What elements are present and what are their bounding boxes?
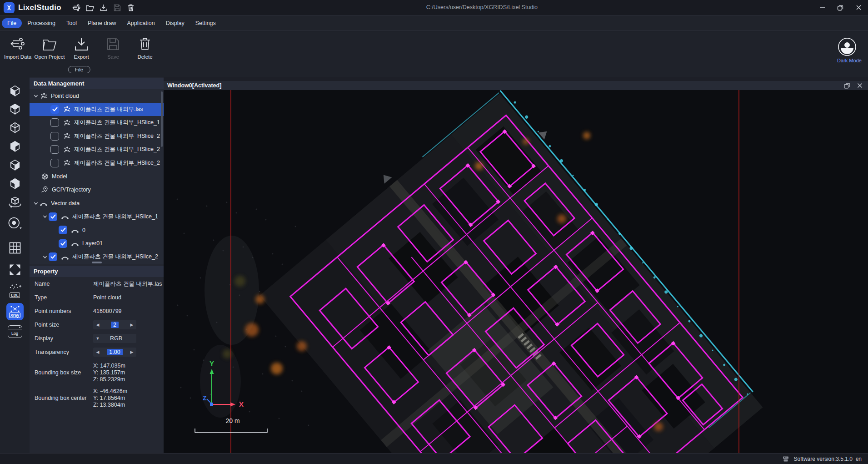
delete-icon [129,34,161,54]
tree-row-label: Model [52,173,67,180]
viewport-close-icon[interactable] [855,82,864,89]
point-cloud-icon [63,132,71,140]
point-cloud-icon [40,92,48,100]
property-header: Property [30,266,164,277]
tree-row-las[interactable]: 제이플라츠 건물 내외부.las [30,103,164,116]
view-cube-wireframe-icon[interactable] [8,121,22,134]
axis-y-label: Y [210,359,214,367]
log-icon[interactable]: Log [8,325,22,338]
point-cloud-canvas[interactable]: Y X Z 20 m [164,90,868,454]
import-data-button[interactable]: Import Data [2,34,34,61]
caret-down-icon[interactable] [32,94,40,98]
stepper-left-icon[interactable]: ◀ [93,323,102,327]
app-logo-icon [4,2,15,13]
open-project-button[interactable]: Open Project [34,34,65,61]
panel-splitter[interactable] [92,262,102,263]
orbit-cube-icon[interactable] [7,194,23,209]
axis-x-label: X [239,400,244,408]
export-button[interactable]: Export [65,34,97,61]
data-management-header: Data Management [30,78,164,89]
tree-row-vector-hslice[interactable]: 제이플라츠 건물 내외부_HSlice_1 [30,210,164,224]
circle-select-icon[interactable] [7,216,23,231]
tree-row-layer-0[interactable]: 0 [30,223,164,237]
open-project-icon [34,34,65,54]
view-cube-back-face-icon[interactable] [8,177,22,190]
vector-arc-icon [61,254,69,260]
menu-display[interactable]: Display [160,18,190,28]
menu-plane-draw[interactable]: Plane draw [82,18,122,28]
checkbox-checked[interactable] [59,239,67,248]
bounding-box-size-value: X: 147.035m Y: 135.157m Z: 85.2329m [93,363,125,383]
property-label: Name [30,281,93,287]
checkbox-checked[interactable] [49,212,57,221]
tree-row-hslice[interactable]: 제이플라츠 건물 내외부_HSlice_2 [30,156,164,170]
vector-arc-icon [71,227,79,233]
point-cloud-icon [63,146,71,153]
checkbox-checked[interactable] [50,105,59,114]
transparency-value[interactable]: 1.00 [107,349,122,355]
tree-row-point-cloud[interactable]: Point cloud [30,89,164,103]
tree-row-hslice[interactable]: 제이플라츠 건물 내외부_HSlice_1 [30,116,164,130]
quick-open-folder-icon[interactable] [83,2,97,14]
tree-row-label: 제이플라츠 건물 내외부_HSlice_2 [74,132,160,140]
stepper-right-icon[interactable]: ▶ [127,323,136,327]
menu-application[interactable]: Application [121,18,160,28]
xray-icon[interactable]: Xray [6,303,24,320]
tree-row-layer01[interactable]: Layer01 [30,237,164,251]
status-bar: Software version:3.5.1.0_en [0,453,868,464]
stepper-left-icon[interactable]: ◀ [93,350,102,354]
caret-down-icon[interactable] [32,202,40,205]
point-size-value[interactable]: 2 [111,322,119,328]
viewport-float-icon[interactable] [843,82,852,89]
fullscreen-icon[interactable] [8,263,22,277]
tree-row-hslice[interactable]: 제이플라츠 건물 내외부_HSlice_2 [30,130,164,143]
tree-scrollbar[interactable] [161,91,163,147]
tree-row-model[interactable]: Model [30,170,164,183]
edl-icon[interactable]: EDL [8,283,22,298]
checkbox-checked[interactable] [49,252,57,261]
property-type-value: Point cloud [93,294,121,301]
scale-bar-label: 20 m [225,417,239,424]
property-label: Point numbers [30,308,93,314]
property-name-value: 제이플라츠 건물 내외부.las [93,280,162,288]
checkbox-unchecked[interactable] [50,145,59,154]
close-button[interactable] [852,2,865,14]
transparency-stepper[interactable]: ◀ 1.00 ▶ [93,348,136,357]
checkbox-unchecked[interactable] [50,118,59,127]
quick-export-icon[interactable] [97,2,110,14]
stepper-right-icon[interactable]: ▶ [127,350,136,354]
display-mode-dropdown[interactable]: ▼ RGB [93,334,136,343]
import-data-icon [2,34,34,54]
tree-row-hslice[interactable]: 제이플라츠 건물 내외부_HSlice_2 [30,143,164,156]
vector-arc-icon [61,213,69,220]
checkbox-unchecked[interactable] [50,132,59,141]
view-cube-top-face-icon[interactable] [8,102,22,116]
tree-row-gcp[interactable]: GCP/Trajectory [30,183,164,197]
view-cube-right-face-icon[interactable] [8,158,22,171]
device-icon [782,456,789,462]
grid-icon[interactable] [8,241,22,255]
point-size-stepper[interactable]: ◀ 2 ▶ [93,320,136,329]
caret-down-icon[interactable] [41,255,49,259]
view-cube-front-face-icon[interactable] [8,139,22,153]
checkbox-checked[interactable] [59,226,67,234]
tree-row-vector-data[interactable]: Vector data [30,197,164,210]
project-path: C:/Users/user/Desktop/XGRIDS/Lixel Studi… [426,0,538,15]
export-icon [65,34,97,54]
checkbox-unchecked[interactable] [50,159,59,167]
caret-down-icon[interactable] [41,215,49,218]
menu-processing[interactable]: Processing [22,18,61,28]
menu-tool[interactable]: Tool [61,18,82,28]
point-cloud-icon [63,106,71,113]
dark-mode-button[interactable]: Dark Mode [837,37,862,63]
quick-delete-icon[interactable] [124,2,138,14]
tree-row-label: 제이플라츠 건물 내외부_HSlice_1 [72,213,158,221]
view-cube-left-face-icon[interactable] [8,84,22,97]
minimize-button[interactable] [815,2,829,14]
quick-import-icon[interactable] [70,2,83,14]
restore-button[interactable] [833,2,847,14]
delete-button[interactable]: Delete [129,34,161,61]
menu-file[interactable]: File [2,18,22,28]
menu-settings[interactable]: Settings [190,18,221,28]
tree-row-label: Layer01 [82,240,103,247]
